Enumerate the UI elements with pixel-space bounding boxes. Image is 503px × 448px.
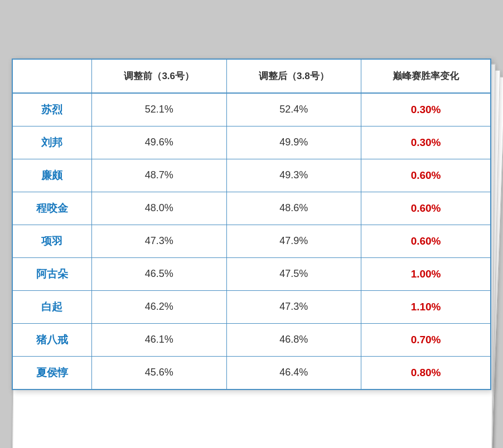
table-row: 廉颇48.7%49.3%0.60% (13, 159, 490, 192)
rate-after: 52.4% (226, 93, 361, 126)
main-card: 调整前（3.6号） 调整后（3.8号） 巅峰赛胜率变化 苏烈52.1%52.4%… (12, 59, 491, 390)
rate-before: 47.3% (91, 225, 226, 257)
rate-after: 47.5% (226, 257, 361, 290)
table-row: 程咬金48.0%48.6%0.60% (13, 192, 490, 225)
hero-name: 阿古朵 (13, 257, 91, 290)
win-rate-change: 0.70% (361, 323, 490, 356)
table-row: 项羽47.3%47.9%0.60% (13, 225, 490, 257)
win-rate-change: 0.60% (361, 159, 490, 192)
rate-after: 49.9% (226, 126, 361, 159)
rate-before: 48.7% (91, 159, 226, 192)
hero-name: 程咬金 (13, 192, 91, 225)
col-header-name (13, 60, 91, 93)
rate-after: 47.3% (226, 290, 361, 323)
rate-after: 47.9% (226, 225, 361, 257)
win-rate-change: 1.10% (361, 290, 490, 323)
col-header-change: 巅峰赛胜率变化 (361, 60, 490, 93)
win-rate-change: 0.30% (361, 93, 490, 126)
rate-after: 49.3% (226, 159, 361, 192)
table-row: 猪八戒46.1%46.8%0.70% (13, 323, 490, 356)
win-rate-change: 1.00% (361, 257, 490, 290)
hero-name: 猪八戒 (13, 323, 91, 356)
rate-before: 48.0% (91, 192, 226, 225)
hero-name: 夏侯惇 (13, 356, 91, 389)
table-row: 夏侯惇45.6%46.4%0.80% (13, 356, 490, 389)
table-row: 阿古朵46.5%47.5%1.00% (13, 257, 490, 290)
col-header-after: 调整后（3.8号） (226, 60, 361, 93)
rate-before: 46.2% (91, 290, 226, 323)
table-row: 苏烈52.1%52.4%0.30% (13, 93, 490, 126)
rate-before: 49.6% (91, 126, 226, 159)
hero-name: 苏烈 (13, 93, 91, 126)
win-rate-change: 0.60% (361, 192, 490, 225)
rate-before: 45.6% (91, 356, 226, 389)
table-row: 白起46.2%47.3%1.10% (13, 290, 490, 323)
rate-before: 46.5% (91, 257, 226, 290)
hero-name: 廉颇 (13, 159, 91, 192)
hero-name: 项羽 (13, 225, 91, 257)
col-header-before: 调整前（3.6号） (91, 60, 226, 93)
rate-before: 46.1% (91, 323, 226, 356)
table-row: 刘邦49.6%49.9%0.30% (13, 126, 490, 159)
rate-after: 46.8% (226, 323, 361, 356)
win-rate-change: 0.80% (361, 356, 490, 389)
rate-after: 48.6% (226, 192, 361, 225)
paper-stack: 调整前（3.6号） 调整后（3.8号） 巅峰赛胜率变化 苏烈52.1%52.4%… (12, 59, 491, 390)
hero-name: 白起 (13, 290, 91, 323)
table-header-row: 调整前（3.6号） 调整后（3.8号） 巅峰赛胜率变化 (13, 60, 490, 93)
win-rate-change: 0.30% (361, 126, 490, 159)
rate-before: 52.1% (91, 93, 226, 126)
stats-table: 调整前（3.6号） 调整后（3.8号） 巅峰赛胜率变化 苏烈52.1%52.4%… (13, 60, 490, 389)
win-rate-change: 0.60% (361, 225, 490, 257)
hero-name: 刘邦 (13, 126, 91, 159)
rate-after: 46.4% (226, 356, 361, 389)
